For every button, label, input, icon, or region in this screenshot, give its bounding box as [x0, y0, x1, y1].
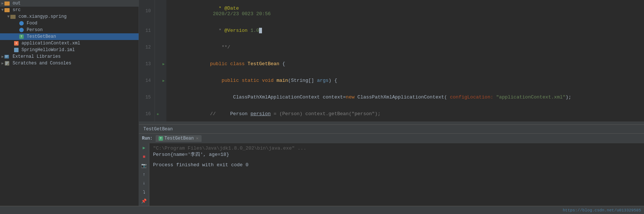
arrow-scratches[interactable]: ▶: [1, 61, 4, 66]
run-output-line: Person{name='李四', age=18}: [153, 151, 640, 158]
status-bar: https://blog.csdn.net/u013329585: [0, 206, 644, 214]
version-value: 1.0: [248, 28, 259, 33]
icon-person: [19, 28, 25, 32]
svg-rect-1: [5, 56, 8, 56]
arrow-out[interactable]: ▶: [1, 1, 4, 6]
line-gutter-15: [155, 89, 160, 106]
paren-close2: );: [565, 94, 571, 100]
arrow-extlibs[interactable]: ▶: [1, 54, 4, 59]
named-param-configlocation: configLocation:: [447, 94, 493, 100]
icon-scratches: [4, 61, 11, 66]
context-var: context=: [320, 94, 346, 100]
cmt-star: *: [219, 28, 225, 33]
sidebar-item-person[interactable]: Person: [0, 27, 139, 33]
line-code-15: ClassPathXmlApplicationContext context=n…: [166, 89, 644, 106]
run-finish-line: Process finished with exit code 0: [153, 162, 640, 168]
sidebar-item-appcontext[interactable]: X applicationContext.xml: [0, 40, 139, 47]
kw-public-13: public: [210, 61, 230, 67]
line-code-16: // Person persion = (Person) context.get…: [166, 106, 644, 121]
sidebar-item-scratches[interactable]: ▶ Scratches and Consoles: [0, 60, 139, 67]
table-row: 14 ▶ public static void main(String[] ar…: [139, 72, 644, 89]
kw-static: static: [242, 78, 262, 83]
icon-testgetbean: T: [19, 34, 25, 39]
run-pin-button[interactable]: 📌: [140, 198, 148, 204]
kw-void: void: [262, 78, 276, 83]
editor-area: 10 * @Date 2020/2/23 0023 20:56 11: [139, 0, 644, 206]
sidebar-item-out[interactable]: ▶ out: [0, 0, 139, 7]
arrow-src[interactable]: ▶: [0, 9, 5, 11]
run-down-button[interactable]: ↓: [140, 180, 148, 187]
table-row: 12 **/: [139, 39, 644, 56]
cmt-16: // Person persion = (Person) context.get…: [210, 111, 381, 117]
run-wrap-button[interactable]: ⤵: [140, 189, 148, 195]
line-code-14: public static void main(String[] args) {: [166, 72, 644, 89]
line-num-10: 10: [139, 0, 155, 22]
line-arrow-15: [160, 89, 166, 106]
run-camera-button[interactable]: 📷: [140, 163, 148, 169]
run-label: Run:: [142, 136, 153, 141]
label-appcontext: applicationContext.xml: [21, 41, 80, 46]
folder-icon-src: [4, 8, 11, 12]
run-play-button[interactable]: ▶: [140, 145, 148, 151]
line-num-14: 14: [139, 72, 155, 89]
run-tab-bar: Run: T TestGetBean ✕: [139, 133, 644, 143]
sidebar-item-extlibs[interactable]: ▶ External Libraries: [0, 53, 139, 60]
line-num-13: 13: [139, 56, 155, 72]
kw-public-14: public: [222, 78, 242, 83]
sidebar-item-src[interactable]: ▶ src: [0, 7, 139, 13]
kw-class: class: [230, 61, 248, 67]
icon-iml: [14, 48, 20, 52]
run-stop-button[interactable]: ■: [140, 154, 148, 160]
cursor: [259, 28, 262, 33]
arrow-package[interactable]: ▶: [6, 16, 11, 18]
run-toolbar: ▶ ■ 📷 ↑ ↓ ⤵ 📌: [139, 143, 149, 206]
line-arrow-11: [160, 22, 166, 39]
run-tab[interactable]: T TestGetBean ✕: [156, 135, 202, 142]
str-appcontext: "applicationContext.xml": [493, 94, 565, 100]
run-output: "C:\Program Files\Java\jdk1.8.0_202\bin\…: [149, 143, 644, 206]
line-code-12: **/: [166, 39, 644, 56]
cls-testgetbean: TestGetBean: [248, 61, 279, 67]
paren-close: ) {: [329, 78, 337, 83]
svg-rect-2: [5, 57, 7, 57]
date-value: 2020/2/23 0023 20:56: [210, 11, 271, 17]
line-code-11: * @Version 1.0: [166, 22, 644, 39]
run-blank-line: [153, 158, 640, 162]
run-tab-close[interactable]: ✕: [196, 136, 199, 141]
horizontal-scrollbar[interactable]: [139, 121, 644, 124]
fold-icon-16[interactable]: ◈: [157, 112, 159, 116]
line-gutter-11: [155, 22, 160, 39]
label-person: Person: [27, 27, 43, 33]
type-classpathxml: ClassPathXmlApplicationContext: [233, 94, 320, 100]
bottom-filename-bar: TestGetBean: [139, 124, 644, 133]
label-src: src: [13, 7, 21, 13]
run-up-button[interactable]: ↑: [140, 171, 148, 178]
line-code-10: * @Date 2020/2/23 0023 20:56: [166, 0, 644, 22]
sidebar-item-testgetbean[interactable]: T TestGetBean: [0, 33, 139, 40]
run-cmd-line: "C:\Program Files\Java\jdk1.8.0_202\bin\…: [153, 146, 640, 151]
editor-content[interactable]: 10 * @Date 2020/2/23 0023 20:56 11: [139, 0, 644, 121]
icon-extlibs: [4, 54, 11, 59]
icon-appcontext: X: [14, 41, 20, 46]
bottom-filename: TestGetBean: [143, 127, 173, 132]
line-gutter-13: [155, 56, 160, 72]
label-extlibs: External Libraries: [13, 54, 61, 59]
run-panel: ▶ ■ 📷 ↑ ↓ ⤵ 📌 "C:\Program Files\Java\jdk…: [139, 143, 644, 206]
sidebar-item-food[interactable]: Food: [0, 20, 139, 27]
line-arrow-14[interactable]: ▶: [160, 72, 166, 89]
bracket: []: [308, 78, 314, 83]
line-num-11: 11: [139, 22, 155, 39]
sidebar-item-iml[interactable]: SpringHelloWorld.iml: [0, 47, 139, 53]
line-code-13: public class TestGetBean {: [166, 56, 644, 72]
folder-icon-package: [10, 15, 17, 19]
method-main: main: [276, 78, 288, 83]
line-arrow-10: [160, 0, 166, 22]
brace-13: {: [279, 61, 285, 67]
label-scratches: Scratches and Consoles: [13, 61, 71, 66]
run-tab-label: TestGetBean: [165, 136, 194, 141]
table-row: 10 * @Date 2020/2/23 0023 20:56: [139, 0, 644, 22]
sidebar-item-package[interactable]: ▶ com.xiangyp.spring: [0, 13, 139, 20]
folder-icon-out: [4, 1, 11, 6]
status-url[interactable]: https://blog.csdn.net/u013329585: [563, 208, 641, 213]
line-arrow-13[interactable]: ▶: [160, 56, 166, 72]
